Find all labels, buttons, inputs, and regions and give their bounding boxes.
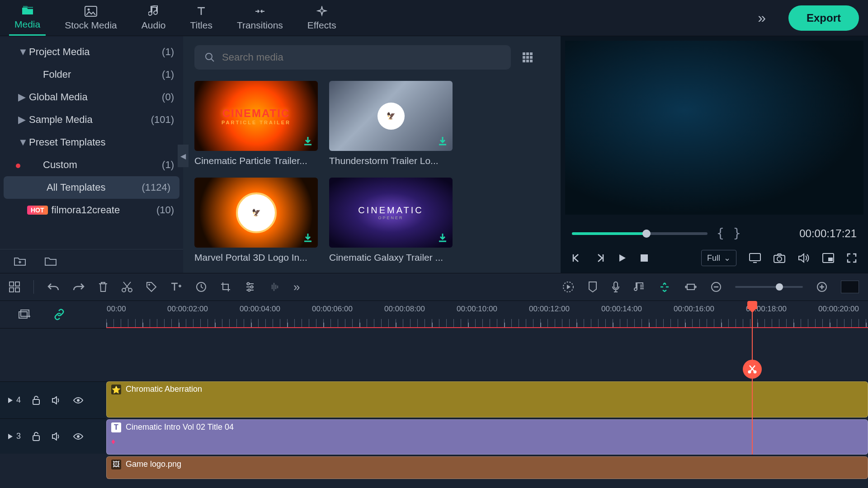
more-tools-button[interactable]: »	[293, 280, 300, 294]
redo-button[interactable]	[73, 282, 85, 292]
lock-icon[interactable]	[32, 396, 40, 405]
media-label: Thunderstorm Trailer Lo...	[329, 155, 453, 166]
download-icon[interactable]	[302, 136, 313, 146]
export-button[interactable]: Export	[788, 5, 859, 31]
speed-button[interactable]	[196, 282, 207, 292]
zoom-out-button[interactable]	[711, 282, 722, 292]
mute-icon[interactable]	[52, 396, 61, 404]
collapse-sidebar-button[interactable]: ◀	[178, 145, 189, 167]
media-item[interactable]: 🦅 Marvel Portal 3D Logo In...	[194, 178, 318, 263]
tab-effects[interactable]: Effects	[302, 1, 342, 34]
timeline: 4 3 :00:0000:00:02:0000:00:04:0000:00:06…	[0, 301, 868, 488]
track-header-4[interactable]: 4	[0, 381, 106, 418]
top-tab-bar: Media Stock Media Audio Titles Transitio…	[0, 0, 868, 36]
mark-in-button[interactable]: {	[717, 226, 724, 241]
timeline-clip-image[interactable]: 🖼 Game logo.png	[106, 456, 868, 479]
folder-icon[interactable]	[44, 256, 57, 266]
audio-waveform-button[interactable]	[269, 282, 280, 292]
add-folder-icon[interactable]	[14, 256, 26, 266]
delete-button[interactable]	[98, 281, 108, 293]
sidebar-item-sample-media[interactable]: ▶ Sample Media (101)	[0, 108, 183, 131]
download-icon[interactable]	[437, 232, 448, 243]
search-input[interactable]	[222, 52, 501, 63]
preview-canvas[interactable]	[565, 41, 863, 215]
tab-titles[interactable]: Titles	[184, 1, 217, 34]
media-item[interactable]: 🦅 Thunderstorm Trailer Lo...	[329, 81, 453, 166]
record-dot-icon	[16, 164, 20, 168]
crop-button[interactable]	[220, 282, 231, 292]
play-button[interactable]	[617, 253, 627, 263]
magnetic-timeline-button[interactable]	[658, 282, 671, 292]
lock-icon[interactable]	[32, 432, 40, 441]
zoom-slider-handle[interactable]	[776, 283, 783, 291]
tab-label: Transitions	[237, 20, 283, 31]
grid-view-icon[interactable]	[522, 52, 533, 63]
search-box[interactable]	[194, 45, 511, 70]
media-item[interactable]: CINEMATIC PARTICLE TRAILER Cinematic Par…	[194, 81, 318, 166]
display-mode-button[interactable]	[749, 253, 761, 263]
volume-button[interactable]	[798, 253, 810, 263]
media-item[interactable]: CINEMATIC OPENER Cinematic Galaxy Traile…	[329, 178, 453, 263]
sidebar-item-all-templates[interactable]: All Templates (1124)	[4, 176, 179, 199]
voiceover-button[interactable]	[611, 281, 620, 293]
prev-frame-button[interactable]	[572, 253, 582, 263]
marker-button[interactable]	[588, 281, 598, 293]
zoom-in-button[interactable]	[816, 282, 827, 292]
auto-ripple-button[interactable]	[684, 282, 697, 291]
visibility-icon[interactable]	[73, 397, 84, 404]
fullscreen-button[interactable]	[847, 253, 857, 263]
sidebar-item-filmora12create[interactable]: HOT filmora12create (10)	[0, 199, 183, 221]
tab-media[interactable]: Media	[9, 0, 46, 36]
sidebar-item-custom[interactable]: Custom (1)	[0, 154, 183, 176]
preview-scrubber[interactable]	[572, 232, 708, 235]
track-header-3[interactable]: 3	[0, 418, 106, 454]
sidebar-item-folder[interactable]: Folder (1)	[0, 63, 183, 86]
svg-rect-21	[15, 288, 19, 292]
zoom-fit-button[interactable]	[841, 281, 859, 293]
more-tabs-button[interactable]: »	[749, 9, 775, 26]
download-icon[interactable]	[302, 232, 313, 243]
tab-label: Effects	[307, 20, 336, 31]
svg-rect-34	[19, 312, 27, 318]
svg-rect-13	[750, 253, 760, 261]
ruler-tick-label: 00:00:06:00	[312, 305, 353, 314]
layout-button[interactable]	[9, 282, 20, 292]
svg-rect-6	[523, 56, 525, 59]
render-preview-button[interactable]	[562, 281, 574, 293]
stop-button[interactable]	[640, 253, 649, 263]
visibility-icon[interactable]	[73, 433, 84, 440]
timeline-ruler[interactable]: :00:0000:00:02:0000:00:04:0000:00:06:000…	[106, 301, 868, 328]
snapshot-button[interactable]	[774, 253, 785, 263]
tab-transitions[interactable]: Transitions	[231, 1, 288, 34]
preview-pane: { } 00:00:17:21 Full⌄	[561, 36, 868, 273]
add-text-button[interactable]	[170, 282, 182, 292]
add-track-button[interactable]	[18, 309, 31, 320]
tab-audio[interactable]: Audio	[136, 1, 171, 34]
link-button[interactable]	[53, 309, 65, 320]
svg-rect-10	[526, 60, 529, 62]
pip-button[interactable]	[822, 253, 834, 263]
svg-rect-38	[33, 436, 39, 441]
quality-select[interactable]: Full⌄	[701, 250, 736, 266]
mute-icon[interactable]	[52, 432, 61, 441]
adjust-button[interactable]	[245, 282, 255, 292]
zoom-slider[interactable]	[735, 286, 803, 288]
timeline-clip-effect[interactable]: ⭐ Chromatic Aberration	[106, 381, 868, 418]
undo-button[interactable]	[47, 282, 59, 292]
tag-button[interactable]	[146, 282, 157, 292]
ruler-tick-label: :00:00	[106, 305, 126, 314]
svg-rect-19	[15, 282, 19, 286]
tab-stock-media[interactable]: Stock Media	[59, 1, 123, 34]
timeline-clip-title[interactable]: T Cinematic Intro Vol 02 Title 04 ♦	[106, 419, 868, 455]
sidebar-item-preset-templates[interactable]: ▼ Preset Templates	[0, 131, 183, 154]
sidebar-item-project-media[interactable]: ▼ Project Media (1)	[0, 41, 183, 63]
scrubber-handle[interactable]	[642, 230, 651, 238]
split-button[interactable]	[122, 281, 132, 293]
hot-badge: HOT	[27, 206, 48, 215]
download-icon[interactable]	[437, 136, 448, 146]
next-frame-button[interactable]	[594, 253, 604, 263]
audio-mixer-button[interactable]	[634, 282, 645, 292]
sidebar-item-global-media[interactable]: ▶ Global Media (0)	[0, 86, 183, 108]
mark-out-button[interactable]: }	[733, 226, 741, 241]
svg-rect-12	[641, 254, 648, 262]
